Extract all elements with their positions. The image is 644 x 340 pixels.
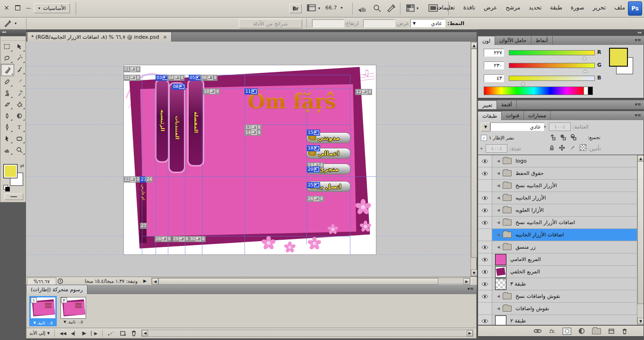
magic-wand-tool[interactable] [13, 52, 26, 64]
eraser-tool[interactable] [1, 99, 13, 110]
expand-triangle-icon[interactable]: ◀ [497, 220, 500, 225]
panel-menu-icon[interactable]: ▾≡ [632, 100, 644, 109]
slice-badge[interactable]: 028 [123, 75, 140, 81]
paint-bucket-tool[interactable] [13, 99, 26, 110]
layer-style-button[interactable]: fx. [549, 328, 556, 334]
visibility-toggle[interactable] [478, 204, 492, 216]
scroll-thumb[interactable] [158, 278, 438, 285]
adjustment-layer-button[interactable] [578, 328, 585, 334]
scroll-right-arrow[interactable]: ▶ [463, 278, 470, 285]
blend-mode-arrow[interactable]: ▼ [481, 122, 490, 131]
visibility-toggle[interactable] [478, 167, 492, 179]
dock-collapse-button[interactable]: ◂◂ [478, 29, 644, 36]
layer-row[interactable]: طبقة ٢ [478, 315, 637, 325]
delete-layer-button[interactable] [622, 328, 627, 334]
slice-tool-selected[interactable] [1, 64, 14, 76]
color-spectrum-ramp[interactable] [484, 87, 584, 95]
lock-position-icon[interactable] [559, 145, 565, 151]
frame-delay-select[interactable]: ▼٠.٥ ثانية. [60, 319, 87, 325]
add-mask-button[interactable] [563, 328, 571, 335]
tab-swatches[interactable]: حامل الآلوان [495, 36, 531, 45]
visibility-toggle[interactable] [478, 180, 492, 192]
hand-tool[interactable] [1, 144, 13, 156]
menu-edit[interactable]: تحرير [593, 4, 606, 11]
path-select-tool[interactable] [1, 133, 13, 144]
nav-button-home[interactable]: الرئيسيه [155, 78, 169, 163]
slice-badge[interactable]: 228 [123, 176, 140, 183]
layer-row-selected[interactable]: ◀اضافات الأزرار الجانبيه [478, 229, 637, 241]
opacity-spinner[interactable]: ▸ [544, 124, 546, 129]
expand-triangle-icon[interactable]: ◀ [497, 245, 500, 249]
menu-view[interactable]: عرض [484, 4, 497, 11]
tab-layers[interactable]: طبقات [478, 111, 502, 120]
blue-slider-thumb[interactable] [521, 80, 525, 85]
duplicate-frame-button[interactable] [120, 331, 126, 336]
slice-badge[interactable]: 288 [155, 236, 172, 242]
slice-badge[interactable]: 108 [203, 88, 220, 95]
lock-all-icon[interactable] [549, 145, 555, 151]
tween-button[interactable] [107, 331, 115, 336]
expand-triangle-icon[interactable]: ◀ [497, 294, 500, 298]
layer-row[interactable]: المربع الامامي [478, 253, 637, 266]
menu-layer[interactable]: طبقة [550, 4, 562, 11]
link-layers-button[interactable] [533, 328, 542, 334]
expand-triangle-icon[interactable]: ◀ [497, 196, 500, 200]
visibility-toggle[interactable] [478, 229, 492, 241]
red-slider[interactable] [509, 50, 595, 55]
type-tool[interactable]: T [13, 122, 26, 133]
green-slider-thumb[interactable] [583, 68, 587, 72]
tab-adjustments[interactable]: تعيير [478, 100, 497, 109]
slice-badge[interactable]: 11 [244, 88, 258, 95]
visibility-toggle[interactable] [478, 192, 492, 204]
bridge-button[interactable]: Br [289, 4, 302, 13]
slice-badge[interactable]: 018 [123, 66, 140, 72]
unify-buttons[interactable] [549, 134, 576, 140]
visibility-toggle[interactable] [478, 241, 492, 253]
menu-window[interactable]: نافذة [463, 4, 475, 11]
layer-row[interactable]: ◀اضافات الأزرار الجانبيه نسخ [478, 217, 637, 229]
layer-row[interactable]: طبقة ٣ [478, 278, 637, 290]
lock-buttons[interactable] [549, 144, 586, 151]
close-document-icon[interactable]: × [163, 34, 167, 40]
blur-tool[interactable] [1, 110, 13, 122]
black-ramp-swatch[interactable] [588, 87, 593, 95]
horizontal-scrollbar[interactable]: ◀ ▶ [151, 278, 470, 284]
tab-color[interactable]: لون [478, 36, 495, 45]
slice-badge[interactable]: 148 [244, 130, 261, 136]
panel-menu-icon[interactable]: ▾≡ [632, 111, 644, 120]
expand-triangle-icon[interactable]: ◀ [497, 159, 500, 163]
toolbar-grip[interactable] [1, 37, 25, 41]
first-frame-button[interactable]: ◀◀ [60, 331, 66, 336]
foreground-color-swatch[interactable] [609, 48, 628, 67]
blend-mode-select[interactable]: عادي [490, 122, 544, 131]
move-tool[interactable] [13, 41, 26, 52]
expand-triangle-icon[interactable]: ◀ [497, 171, 500, 175]
layer-row[interactable]: ◀حقوق الحفظ [478, 167, 637, 180]
foreground-color-swatch[interactable] [3, 164, 17, 178]
blue-value-input[interactable]: ٤٣ [484, 74, 504, 82]
scroll-left-arrow[interactable]: ◀ [142, 330, 148, 336]
nav-button-forums[interactable]: المنتديات [168, 82, 185, 173]
layer-row[interactable]: ◀نقوش واضافات نسخ [478, 290, 637, 303]
style-select[interactable]: ▼عادي [410, 19, 445, 27]
pen-tool[interactable] [1, 122, 13, 133]
vertical-strip-button[interactable]: ام فارس [139, 183, 147, 243]
play-button[interactable]: ▶ [82, 330, 86, 336]
layer-row[interactable]: ◀الأزرار الجانبيه نسخ [478, 180, 637, 192]
opacity-input[interactable]: ١٠٠٪ [549, 122, 571, 131]
layer-row[interactable]: ◀زر منسق [478, 241, 637, 253]
panel-menu-icon[interactable]: ▾≡ [632, 36, 644, 45]
marquee-tool[interactable] [1, 41, 13, 52]
brush-tool[interactable] [13, 76, 26, 87]
menu-help[interactable]: تعليمات [436, 4, 455, 11]
layer-row[interactable]: ◀نقوش واضافات [478, 303, 637, 315]
scroll-down-arrow[interactable]: ▼ [471, 270, 477, 276]
tool-preset-picker[interactable]: ▾ [3, 19, 17, 27]
red-value-input[interactable]: ٢٢٧ [484, 49, 504, 57]
slice-badge[interactable]: 20 [307, 166, 320, 173]
animation-scrollbar[interactable]: ◀ ▶ [141, 330, 473, 337]
vertical-scrollbar[interactable]: ▲ ▼ [470, 42, 477, 277]
eyedropper-tool[interactable] [13, 64, 26, 75]
visibility-toggle[interactable] [478, 266, 492, 278]
visibility-toggle[interactable] [478, 253, 492, 265]
